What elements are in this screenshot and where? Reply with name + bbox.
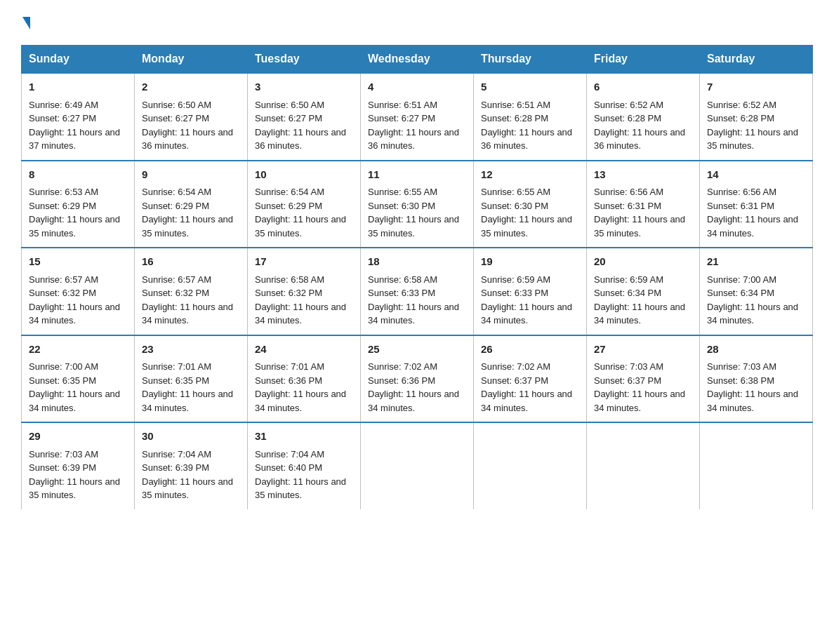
header-saturday: Saturday (700, 46, 813, 74)
day-info: Sunrise: 7:02 AMSunset: 6:37 PMDaylight:… (481, 361, 572, 413)
day-info: Sunrise: 6:51 AMSunset: 6:28 PMDaylight:… (481, 100, 572, 152)
calendar-cell: 27 Sunrise: 7:03 AMSunset: 6:37 PMDaylig… (587, 335, 700, 423)
day-number: 11 (368, 167, 466, 183)
calendar-cell: 21 Sunrise: 7:00 AMSunset: 6:34 PMDaylig… (700, 248, 813, 335)
day-number: 3 (255, 79, 353, 95)
header-monday: Monday (135, 46, 248, 74)
day-number: 30 (142, 429, 240, 445)
day-info: Sunrise: 6:58 AMSunset: 6:33 PMDaylight:… (368, 274, 459, 326)
calendar-cell: 20 Sunrise: 6:59 AMSunset: 6:34 PMDaylig… (587, 248, 700, 335)
day-number: 22 (29, 342, 127, 358)
page-header (21, 14, 813, 32)
day-number: 20 (594, 254, 692, 270)
day-number: 6 (594, 79, 692, 95)
calendar-cell: 3 Sunrise: 6:50 AMSunset: 6:27 PMDayligh… (248, 73, 361, 161)
day-number: 28 (707, 342, 805, 358)
calendar-cell: 19 Sunrise: 6:59 AMSunset: 6:33 PMDaylig… (474, 248, 587, 335)
day-info: Sunrise: 6:49 AMSunset: 6:27 PMDaylight:… (29, 100, 120, 152)
day-number: 24 (255, 342, 353, 358)
day-number: 4 (368, 79, 466, 95)
day-number: 21 (707, 254, 805, 270)
day-info: Sunrise: 6:56 AMSunset: 6:31 PMDaylight:… (594, 187, 685, 239)
day-info: Sunrise: 7:02 AMSunset: 6:36 PMDaylight:… (368, 361, 459, 413)
calendar-cell (700, 422, 813, 509)
calendar-cell: 2 Sunrise: 6:50 AMSunset: 6:27 PMDayligh… (135, 73, 248, 161)
calendar-cell: 14 Sunrise: 6:56 AMSunset: 6:31 PMDaylig… (700, 161, 813, 248)
calendar-cell: 1 Sunrise: 6:49 AMSunset: 6:27 PMDayligh… (22, 73, 135, 161)
calendar-cell (361, 422, 474, 509)
day-info: Sunrise: 6:54 AMSunset: 6:29 PMDaylight:… (142, 187, 233, 239)
day-number: 1 (29, 79, 127, 95)
day-number: 16 (142, 254, 240, 270)
day-number: 31 (255, 429, 353, 445)
calendar-header-row: SundayMondayTuesdayWednesdayThursdayFrid… (22, 46, 813, 74)
day-info: Sunrise: 6:58 AMSunset: 6:32 PMDaylight:… (255, 274, 346, 326)
calendar-cell: 31 Sunrise: 7:04 AMSunset: 6:40 PMDaylig… (248, 422, 361, 509)
calendar-cell: 4 Sunrise: 6:51 AMSunset: 6:27 PMDayligh… (361, 73, 474, 161)
calendar-cell: 18 Sunrise: 6:58 AMSunset: 6:33 PMDaylig… (361, 248, 474, 335)
day-info: Sunrise: 6:50 AMSunset: 6:27 PMDaylight:… (255, 100, 346, 152)
calendar-cell: 6 Sunrise: 6:52 AMSunset: 6:28 PMDayligh… (587, 73, 700, 161)
day-number: 13 (594, 167, 692, 183)
calendar-cell: 12 Sunrise: 6:55 AMSunset: 6:30 PMDaylig… (474, 161, 587, 248)
day-number: 23 (142, 342, 240, 358)
day-number: 9 (142, 167, 240, 183)
calendar-cell: 16 Sunrise: 6:57 AMSunset: 6:32 PMDaylig… (135, 248, 248, 335)
calendar-week-1: 1 Sunrise: 6:49 AMSunset: 6:27 PMDayligh… (22, 73, 813, 161)
day-number: 29 (29, 429, 127, 445)
day-info: Sunrise: 6:54 AMSunset: 6:29 PMDaylight:… (255, 187, 346, 239)
day-info: Sunrise: 7:03 AMSunset: 6:37 PMDaylight:… (594, 361, 685, 413)
day-info: Sunrise: 7:04 AMSunset: 6:39 PMDaylight:… (142, 449, 233, 501)
day-number: 8 (29, 167, 127, 183)
calendar-cell: 7 Sunrise: 6:52 AMSunset: 6:28 PMDayligh… (700, 73, 813, 161)
day-info: Sunrise: 7:03 AMSunset: 6:39 PMDaylight:… (29, 449, 120, 501)
day-number: 18 (368, 254, 466, 270)
day-number: 19 (481, 254, 579, 270)
day-info: Sunrise: 7:00 AMSunset: 6:34 PMDaylight:… (707, 274, 798, 326)
header-friday: Friday (587, 46, 700, 74)
day-info: Sunrise: 6:57 AMSunset: 6:32 PMDaylight:… (142, 274, 233, 326)
day-info: Sunrise: 7:04 AMSunset: 6:40 PMDaylight:… (255, 449, 346, 501)
calendar-cell: 30 Sunrise: 7:04 AMSunset: 6:39 PMDaylig… (135, 422, 248, 509)
day-info: Sunrise: 6:59 AMSunset: 6:33 PMDaylight:… (481, 274, 572, 326)
logo-triangle-icon (22, 17, 30, 29)
day-number: 7 (707, 79, 805, 95)
day-info: Sunrise: 7:01 AMSunset: 6:36 PMDaylight:… (255, 361, 346, 413)
calendar-cell: 5 Sunrise: 6:51 AMSunset: 6:28 PMDayligh… (474, 73, 587, 161)
calendar-week-5: 29 Sunrise: 7:03 AMSunset: 6:39 PMDaylig… (22, 422, 813, 509)
calendar-cell (587, 422, 700, 509)
calendar-cell: 24 Sunrise: 7:01 AMSunset: 6:36 PMDaylig… (248, 335, 361, 423)
calendar-cell: 23 Sunrise: 7:01 AMSunset: 6:35 PMDaylig… (135, 335, 248, 423)
calendar-cell: 10 Sunrise: 6:54 AMSunset: 6:29 PMDaylig… (248, 161, 361, 248)
day-info: Sunrise: 6:53 AMSunset: 6:29 PMDaylight:… (29, 187, 120, 239)
day-number: 14 (707, 167, 805, 183)
logo (21, 20, 30, 32)
calendar-cell: 11 Sunrise: 6:55 AMSunset: 6:30 PMDaylig… (361, 161, 474, 248)
day-info: Sunrise: 6:51 AMSunset: 6:27 PMDaylight:… (368, 100, 459, 152)
calendar-week-2: 8 Sunrise: 6:53 AMSunset: 6:29 PMDayligh… (22, 161, 813, 248)
calendar-cell (474, 422, 587, 509)
day-number: 17 (255, 254, 353, 270)
day-info: Sunrise: 6:52 AMSunset: 6:28 PMDaylight:… (594, 100, 685, 152)
calendar-table: SundayMondayTuesdayWednesdayThursdayFrid… (21, 45, 813, 509)
day-info: Sunrise: 7:03 AMSunset: 6:38 PMDaylight:… (707, 361, 798, 413)
header-sunday: Sunday (22, 46, 135, 74)
day-info: Sunrise: 6:56 AMSunset: 6:31 PMDaylight:… (707, 187, 798, 239)
day-number: 27 (594, 342, 692, 358)
day-number: 10 (255, 167, 353, 183)
calendar-cell: 17 Sunrise: 6:58 AMSunset: 6:32 PMDaylig… (248, 248, 361, 335)
header-wednesday: Wednesday (361, 46, 474, 74)
calendar-cell: 28 Sunrise: 7:03 AMSunset: 6:38 PMDaylig… (700, 335, 813, 423)
day-info: Sunrise: 6:55 AMSunset: 6:30 PMDaylight:… (368, 187, 459, 239)
day-info: Sunrise: 7:01 AMSunset: 6:35 PMDaylight:… (142, 361, 233, 413)
header-thursday: Thursday (474, 46, 587, 74)
day-number: 5 (481, 79, 579, 95)
day-info: Sunrise: 6:55 AMSunset: 6:30 PMDaylight:… (481, 187, 572, 239)
calendar-cell: 13 Sunrise: 6:56 AMSunset: 6:31 PMDaylig… (587, 161, 700, 248)
header-tuesday: Tuesday (248, 46, 361, 74)
calendar-cell: 25 Sunrise: 7:02 AMSunset: 6:36 PMDaylig… (361, 335, 474, 423)
calendar-cell: 15 Sunrise: 6:57 AMSunset: 6:32 PMDaylig… (22, 248, 135, 335)
day-info: Sunrise: 6:59 AMSunset: 6:34 PMDaylight:… (594, 274, 685, 326)
calendar-cell: 8 Sunrise: 6:53 AMSunset: 6:29 PMDayligh… (22, 161, 135, 248)
day-info: Sunrise: 6:52 AMSunset: 6:28 PMDaylight:… (707, 100, 798, 152)
